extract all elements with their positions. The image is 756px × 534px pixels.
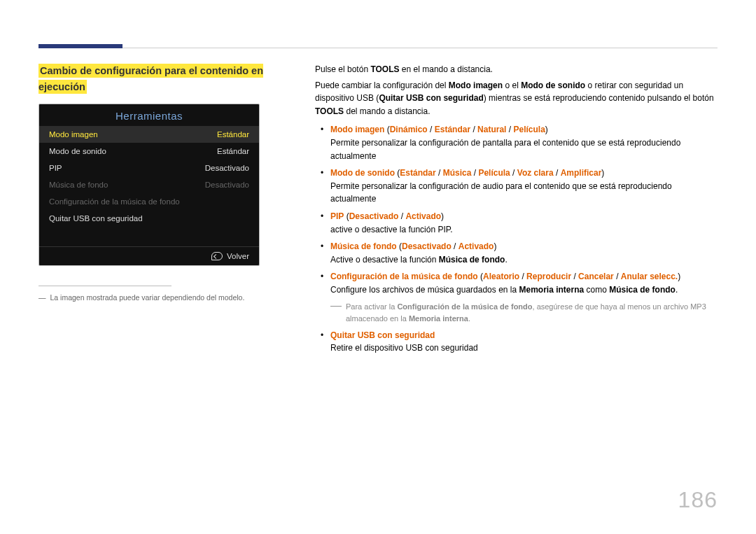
menu-row-musica-fondo: Música de fondo Desactivado <box>39 176 259 193</box>
bullet-dot: • <box>315 167 330 206</box>
bullet-desc: Permite personalizar la configuración de… <box>330 180 718 206</box>
footnote: ― La imagen mostrada puede variar depend… <box>38 293 298 302</box>
bullet-pip: • PIP (Desactivado / Activado) active o … <box>315 210 718 236</box>
bullet-desc: Permite personalizar la configuración de… <box>330 136 718 162</box>
footnote-rule <box>38 286 172 286</box>
content: Cambio de configuración para el contenid… <box>38 38 718 355</box>
page-number: 186 <box>678 487 718 513</box>
bullet-modo-imagen: • Modo imagen (Dinámico / Estándar / Nat… <box>315 123 718 162</box>
menu-value: Desactivado <box>205 164 249 172</box>
menu-row-quitar-usb[interactable]: Quitar USB con seguridad <box>39 210 259 227</box>
menu-value: Estándar <box>217 147 249 155</box>
bullet-desc: Retire el dispositivo USB con seguridad <box>330 342 718 355</box>
bullet-modo-sonido: • Modo de sonido (Estándar / Música / Pe… <box>315 167 718 206</box>
bullet-dot: • <box>315 240 330 266</box>
menu-label: PIP <box>49 164 62 172</box>
footnote-dash: ― <box>38 293 46 302</box>
bullet-config-musica: • Configuración de la música de fondo (A… <box>315 270 718 296</box>
bullet-dot: • <box>315 210 330 236</box>
return-label: Volver <box>227 252 249 260</box>
bullet-quitar-usb: • Quitar USB con seguridad Retire el dis… <box>315 329 718 355</box>
intro-line-2: Puede cambiar la configuración del Modo … <box>315 79 718 118</box>
bullet-dot: • <box>315 123 330 162</box>
intro-line-1: Pulse el botón TOOLS en el mando a dista… <box>315 63 718 76</box>
right-column: Pulse el botón TOOLS en el mando a dista… <box>315 63 718 355</box>
menu-label: Música de fondo <box>49 181 108 189</box>
menu-value: Desactivado <box>205 181 249 189</box>
menu-footer: Volver <box>39 246 259 265</box>
menu-row-config-musica: Configuración de la música de fondo <box>39 193 259 210</box>
menu-row-pip[interactable]: PIP Desactivado <box>39 160 259 176</box>
bullet-musica-fondo: • Música de fondo (Desactivado / Activad… <box>315 240 718 266</box>
menu-row-modo-imagen[interactable]: Modo imagen Estándar <box>39 126 259 143</box>
menu-label: Quitar USB con seguridad <box>49 214 143 223</box>
menu-spacer <box>39 227 259 246</box>
note-config-musica: ― Para activar la Configuración de la mú… <box>330 301 718 325</box>
menu-label: Modo imagen <box>49 130 98 139</box>
footnote-text: La imagen mostrada puede variar dependie… <box>50 293 245 302</box>
menu-row-modo-sonido[interactable]: Modo de sonido Estándar <box>39 143 259 160</box>
page: Cambio de configuración para el contenid… <box>0 0 756 534</box>
bullet-desc: active o desactive la función PIP. <box>330 223 718 237</box>
bullet-dot: • <box>315 329 330 355</box>
tools-menu: Herramientas Modo imagen Estándar Modo d… <box>38 104 260 266</box>
bullet-desc: Active o desactive la función Música de … <box>330 253 718 267</box>
return-icon[interactable] <box>211 252 223 260</box>
note-dash: ― <box>330 301 342 325</box>
bullet-desc: Configure los archivos de música guardad… <box>330 283 718 297</box>
bullet-list: • Modo imagen (Dinámico / Estándar / Nat… <box>315 123 718 354</box>
section-heading: Cambio de configuración para el contenid… <box>38 64 263 94</box>
menu-label: Modo de sonido <box>49 147 106 155</box>
heading-wrap: Cambio de configuración para el contenid… <box>38 63 298 95</box>
menu-value: Estándar <box>217 130 249 139</box>
bullet-dot: • <box>315 270 330 296</box>
menu-label: Configuración de la música de fondo <box>49 197 180 206</box>
left-column: Cambio de configuración para el contenid… <box>38 63 315 355</box>
menu-title: Herramientas <box>39 104 259 126</box>
